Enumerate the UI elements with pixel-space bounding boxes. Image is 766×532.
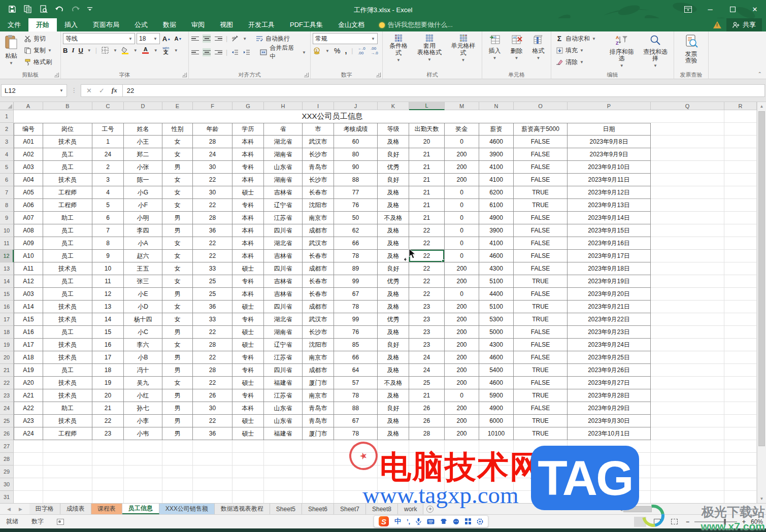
cell-K26[interactable]: 及格 [378, 427, 409, 440]
table-header-cell[interactable]: 等级 [378, 123, 409, 136]
cell-R13[interactable] [724, 262, 757, 275]
cell-M13[interactable]: 200 [445, 262, 479, 275]
cell-E5[interactable]: 男 [162, 161, 193, 174]
cell-R20[interactable] [724, 351, 757, 364]
cell-F12[interactable]: 22 [193, 250, 232, 262]
cell-C21[interactable]: 18 [92, 364, 124, 377]
cell-C29[interactable] [92, 466, 124, 478]
find-select-button[interactable]: 查找和选择▼ [639, 33, 672, 71]
cell-A16[interactable]: A14 [14, 301, 43, 313]
cell-P14[interactable]: 2023年9月19日 [568, 275, 651, 288]
cell-J7[interactable]: 77 [334, 186, 378, 199]
zoom-slider[interactable] [694, 521, 737, 522]
cell-H14[interactable]: 吉林省 [264, 275, 303, 288]
cell-C5[interactable]: 2 [92, 161, 124, 174]
menu-tab-页面布局[interactable]: 页面布局 [85, 18, 127, 31]
cell-D4[interactable]: 郑二 [124, 148, 162, 161]
cell-R25[interactable] [724, 415, 757, 427]
cell-A14[interactable]: A12 [14, 275, 43, 288]
cell-N21[interactable]: 5400 [479, 364, 514, 377]
menu-tab-审阅[interactable]: 审阅 [184, 18, 212, 31]
sheet-tab-数据透视表教程[interactable]: 数据透视表教程 [215, 504, 270, 514]
cell-J18[interactable]: 76 [334, 326, 378, 339]
cell-L22[interactable]: 25 [409, 377, 445, 389]
row-header-13[interactable]: 13 [0, 262, 14, 275]
cell-H29[interactable] [264, 466, 303, 478]
column-header-J[interactable]: J [334, 102, 378, 110]
cell-D11[interactable]: 小A [124, 237, 162, 250]
skin-icon[interactable] [440, 518, 447, 524]
clipboard-dialog-launcher-icon[interactable] [54, 73, 59, 77]
cell-F9[interactable]: 28 [193, 212, 232, 224]
number-dialog-launcher-icon[interactable] [376, 73, 381, 77]
table-header-cell[interactable]: 薪资高于5000 [514, 123, 568, 136]
cell-H18[interactable]: 湖南省 [264, 326, 303, 339]
cell-D16[interactable]: 小D [124, 301, 162, 313]
sheet-tab-成绩表[interactable]: 成绩表 [60, 504, 91, 514]
column-header-E[interactable]: E [162, 102, 193, 110]
cell-F15[interactable]: 25 [193, 288, 232, 301]
cell-I30[interactable] [303, 478, 334, 491]
cell-P10[interactable]: 2023年9月15日 [568, 224, 651, 237]
cell-G6[interactable]: 本科 [232, 174, 264, 186]
cell-Q2[interactable] [651, 123, 724, 136]
cell-G3[interactable]: 本科 [232, 136, 264, 148]
cell-L7[interactable]: 21 [409, 186, 445, 199]
cell-O14[interactable]: TRUE [514, 275, 568, 288]
cell-H15[interactable]: 吉林省 [264, 288, 303, 301]
zoom-out-icon[interactable]: − [686, 518, 689, 525]
cell-O17[interactable]: TRUE [514, 313, 568, 326]
collapse-ribbon-icon[interactable]: ⌃ [758, 71, 762, 77]
cell-H20[interactable]: 江苏省 [264, 351, 303, 364]
cell-E19[interactable]: 女 [162, 339, 193, 351]
cell-Q10[interactable] [651, 224, 724, 237]
cell-Q16[interactable] [651, 301, 724, 313]
cell-B5[interactable]: 员工 [43, 161, 92, 174]
cell-E30[interactable] [162, 478, 193, 491]
cell-E25[interactable]: 男 [162, 415, 193, 427]
font-dialog-launcher-icon[interactable] [182, 73, 187, 77]
cell-G14[interactable]: 专科 [232, 275, 264, 288]
row-header-8[interactable]: 8 [0, 199, 14, 212]
cell-G8[interactable]: 专科 [232, 199, 264, 212]
cell-O9[interactable]: FALSE [514, 212, 568, 224]
cell-L5[interactable]: 21 [409, 161, 445, 174]
cell-I21[interactable]: 成都市 [303, 364, 334, 377]
cell-O3[interactable]: FALSE [514, 136, 568, 148]
cell-B19[interactable]: 技术员 [43, 339, 92, 351]
cell-K16[interactable]: 及格 [378, 301, 409, 313]
cell-Q28[interactable] [651, 453, 724, 466]
cell-E21[interactable]: 男 [162, 364, 193, 377]
cell-A8[interactable]: A06 [14, 199, 43, 212]
cell-M7[interactable]: 0 [445, 186, 479, 199]
table-header-cell[interactable]: 日期 [568, 123, 651, 136]
cell-R8[interactable] [724, 199, 757, 212]
cell-B26[interactable]: 工程师 [43, 427, 92, 440]
cell-I13[interactable]: 成都市 [303, 262, 334, 275]
sort-filter-button[interactable]: AZ 排序和筛选▼ [606, 33, 638, 71]
cell-K14[interactable]: 优秀 [378, 275, 409, 288]
cell-D22[interactable]: 吴九 [124, 377, 162, 389]
cell-J5[interactable]: 90 [334, 161, 378, 174]
normal-view-button[interactable] [634, 517, 646, 527]
cell-E13[interactable]: 女 [162, 262, 193, 275]
scroll-down-icon[interactable]: ▼ [757, 494, 766, 503]
cell-P31[interactable] [568, 491, 651, 504]
cell-M11[interactable]: 0 [445, 237, 479, 250]
cell-A27[interactable] [14, 440, 43, 453]
cell-C11[interactable]: 8 [92, 237, 124, 250]
cell-I5[interactable]: 青岛市 [303, 161, 334, 174]
menu-tab-视图[interactable]: 视图 [212, 18, 241, 31]
comma-style-button[interactable]: , [345, 47, 347, 55]
table-header-cell[interactable]: 出勤天数 [409, 123, 445, 136]
cell-A17[interactable]: A15 [14, 313, 43, 326]
microphone-icon[interactable] [416, 518, 421, 525]
cell-R7[interactable] [724, 186, 757, 199]
column-header-R[interactable]: R [724, 102, 757, 110]
cell-C19[interactable]: 16 [92, 339, 124, 351]
cell-I10[interactable]: 成都市 [303, 224, 334, 237]
cell-O31[interactable] [514, 491, 568, 504]
cell-L8[interactable]: 21 [409, 199, 445, 212]
cell-P17[interactable]: 2023年9月22日 [568, 313, 651, 326]
cell-A10[interactable]: A08 [14, 224, 43, 237]
